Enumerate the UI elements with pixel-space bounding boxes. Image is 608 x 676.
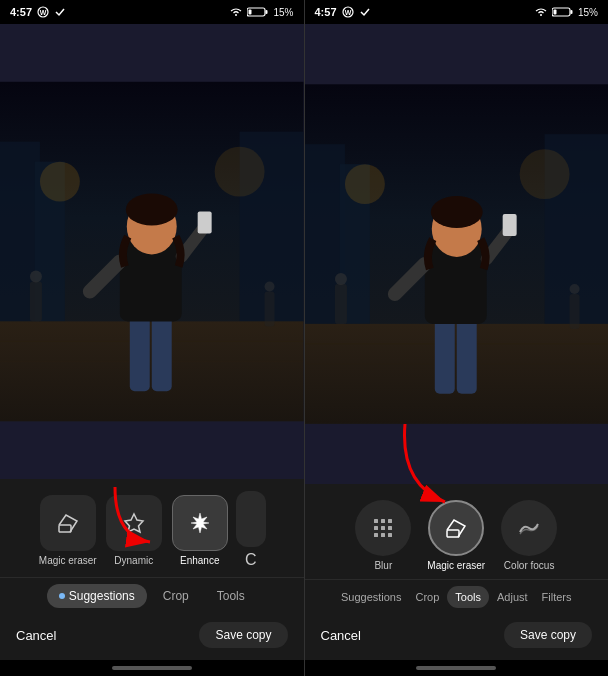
status-left-right: 4:57 W <box>315 6 371 18</box>
photo-right <box>305 24 609 484</box>
color-focus-icon <box>517 516 541 540</box>
filters-tab-right[interactable]: Filters <box>536 586 578 608</box>
color-focus-label: Color focus <box>504 560 555 571</box>
svg-text:W: W <box>40 9 47 16</box>
crop-tab-label-right: Crop <box>415 591 439 603</box>
save-copy-button-left[interactable]: Save copy <box>199 622 287 648</box>
svg-point-10 <box>215 147 265 197</box>
photo-area-left <box>0 24 304 479</box>
blur-label: Blur <box>374 560 392 571</box>
enhance-icon <box>188 511 212 535</box>
svg-rect-54 <box>374 519 378 523</box>
svg-rect-43 <box>456 314 476 394</box>
svg-point-38 <box>519 149 569 199</box>
battery-text-left: 15% <box>273 7 293 18</box>
crop-tab-label-left: Crop <box>163 589 189 603</box>
right-panel: 4:57 W 15% <box>305 0 609 676</box>
filters-tab-label-right: Filters <box>542 591 572 603</box>
circle-tools-row: Blur Magic eraser Colo <box>305 484 609 579</box>
magic-eraser-icon-box <box>40 495 96 551</box>
bottom-area-right: Blur Magic eraser Colo <box>305 484 609 660</box>
svg-rect-58 <box>381 526 385 530</box>
home-indicator-right <box>305 660 609 676</box>
dynamic-icon-box <box>106 495 162 551</box>
svg-rect-42 <box>434 314 454 394</box>
svg-point-25 <box>265 281 275 291</box>
dynamic-label: Dynamic <box>114 555 153 566</box>
color-focus-circle <box>501 500 557 556</box>
crop-tab-right[interactable]: Crop <box>409 586 445 608</box>
svg-rect-52 <box>569 294 579 329</box>
tools-tab-label-right: Tools <box>455 591 481 603</box>
more-label: C <box>245 551 257 569</box>
magic-eraser-circle-label: Magic eraser <box>427 560 485 571</box>
status-right-right: 15% <box>534 6 598 18</box>
svg-rect-61 <box>381 533 385 537</box>
suggestions-tab-label-left: Suggestions <box>69 589 135 603</box>
crop-tab-left[interactable]: Crop <box>151 584 201 608</box>
enhance-tool[interactable]: Enhance <box>170 495 230 566</box>
check-icon <box>54 6 66 18</box>
status-right-left: 15% <box>229 6 293 18</box>
cancel-button-left[interactable]: Cancel <box>16 628 56 643</box>
save-copy-button-right[interactable]: Save copy <box>504 622 592 648</box>
wifi-icon-left <box>229 6 243 18</box>
status-bar-right: 4:57 W 15% <box>305 0 609 24</box>
wifi-icon-right <box>534 6 548 18</box>
tools-row-left: Magic eraser Dynamic Enhance <box>0 479 304 577</box>
left-panel: 4:57 W 15% <box>0 0 304 676</box>
suggestions-tab-left[interactable]: Suggestions <box>47 584 147 608</box>
magic-eraser-tool[interactable]: Magic eraser <box>38 495 98 566</box>
svg-rect-32 <box>553 10 556 15</box>
home-indicator-left <box>0 660 304 676</box>
svg-rect-56 <box>388 519 392 523</box>
svg-rect-55 <box>381 519 385 523</box>
action-bar-left: Cancel Save copy <box>0 614 304 660</box>
blur-tool[interactable]: Blur <box>355 500 411 571</box>
tools-tab-label-left: Tools <box>217 589 245 603</box>
svg-point-49 <box>430 196 482 228</box>
suggestions-tab-label-right: Suggestions <box>341 591 402 603</box>
svg-rect-26 <box>59 525 71 532</box>
photo-area-right <box>305 24 609 484</box>
svg-rect-47 <box>502 214 516 236</box>
status-left: 4:57 W <box>10 6 66 18</box>
blur-icon <box>371 516 395 540</box>
color-focus-tool[interactable]: Color focus <box>501 500 557 571</box>
svg-point-21 <box>126 194 178 226</box>
action-bar-right: Cancel Save copy <box>305 614 609 660</box>
svg-rect-62 <box>388 533 392 537</box>
tools-tab-left[interactable]: Tools <box>205 584 257 608</box>
svg-rect-59 <box>388 526 392 530</box>
svg-rect-24 <box>265 291 275 326</box>
svg-point-9 <box>40 162 80 202</box>
time-left: 4:57 <box>10 6 32 18</box>
tab-dot-left <box>59 593 65 599</box>
blur-circle <box>355 500 411 556</box>
enhance-label: Enhance <box>180 555 219 566</box>
svg-rect-31 <box>570 10 572 14</box>
svg-point-51 <box>334 273 346 285</box>
photo-left <box>0 24 304 479</box>
dynamic-tool[interactable]: Dynamic <box>104 495 164 566</box>
svg-rect-19 <box>198 212 212 234</box>
svg-rect-3 <box>266 10 268 14</box>
magic-eraser-circle-icon <box>444 516 468 540</box>
svg-rect-4 <box>249 10 252 15</box>
adjust-tab-label-right: Adjust <box>497 591 528 603</box>
status-bar-left: 4:57 W 15% <box>0 0 304 24</box>
time-right: 4:57 <box>315 6 337 18</box>
more-tool[interactable]: C <box>236 491 266 569</box>
eraser-icon <box>56 511 80 535</box>
suggestions-tab-right[interactable]: Suggestions <box>335 586 408 608</box>
cancel-button-right[interactable]: Cancel <box>321 628 361 643</box>
whatsapp-icon-right: W <box>341 6 355 18</box>
magic-eraser-circle-tool[interactable]: Magic eraser <box>427 500 485 571</box>
more-icon-box <box>236 491 266 547</box>
svg-point-37 <box>344 164 384 204</box>
adjust-tab-right[interactable]: Adjust <box>491 586 534 608</box>
battery-icon-left <box>247 6 269 18</box>
svg-rect-22 <box>30 281 42 321</box>
svg-rect-14 <box>130 311 150 391</box>
tools-tab-right[interactable]: Tools <box>447 586 489 608</box>
